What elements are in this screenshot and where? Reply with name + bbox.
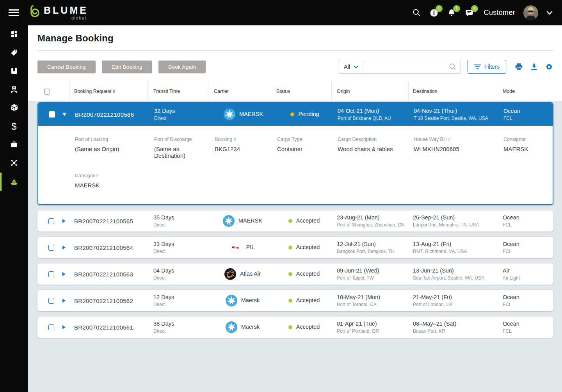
expand-arrow-icon[interactable] — [62, 325, 66, 329]
transit-type: Direct — [153, 222, 165, 228]
destination-date: 04-Nov-21 (Thur) — [414, 107, 457, 115]
sidebar-item-inventory[interactable] — [0, 99, 28, 118]
cancel-booking-button[interactable]: Cancel Booking — [37, 61, 96, 73]
status-label: Pending — [298, 110, 319, 118]
destination-date: 26-Sep-21 (Sun) — [413, 214, 455, 222]
brand-subtitle: global. — [71, 16, 88, 20]
expand-arrow-icon[interactable] — [62, 299, 66, 303]
book-again-button[interactable]: Book Again — [158, 61, 206, 73]
maersk-logo — [226, 321, 237, 333]
origin-place: Port of Brisbane QLD, AU — [338, 115, 391, 122]
search-input[interactable] — [363, 60, 449, 73]
scope-select[interactable]: All — [338, 60, 363, 74]
table-row[interactable]: BR200702212100564 33 Days Direct PIL PIL… — [37, 237, 553, 258]
brand-name: BLUME — [44, 5, 88, 15]
detail-cargo-type: Cargo TypeContainer — [272, 137, 333, 159]
status-dot-accepted — [288, 246, 292, 249]
select-all-checkbox[interactable] — [44, 89, 50, 94]
top-bar: BLUME global. 1 1 3 Customer — [0, 0, 562, 25]
col-transit-time: Transit Time — [153, 89, 180, 94]
notifications-bell-icon[interactable]: 1 — [447, 8, 456, 18]
mode-sub: Air Light — [503, 275, 520, 282]
sidebar-item-business[interactable] — [0, 136, 28, 154]
booking-request-id: BR200702212100566 — [75, 111, 134, 118]
destination-place: Lanport Inc, Memphis, TN, USA — [413, 222, 479, 228]
booking-request-id: BR200702212100564 — [74, 244, 133, 251]
expand-arrow-icon[interactable] — [62, 272, 66, 276]
collapse-arrow-icon[interactable] — [62, 113, 66, 116]
status-label: Accepted — [296, 270, 320, 278]
download-icon[interactable] — [530, 62, 538, 71]
sidebar-item-partners[interactable] — [0, 81, 28, 99]
row-checkbox[interactable] — [48, 218, 54, 224]
edit-booking-button[interactable]: Edit Booking — [102, 61, 152, 73]
package-icon — [10, 103, 19, 114]
col-mode: Mode — [503, 89, 515, 94]
blume-logo[interactable]: BLUME global. — [28, 5, 88, 21]
col-carrier: Carrier — [214, 89, 229, 94]
sidebar-item-tags[interactable] — [0, 44, 28, 62]
mode: Ocean — [503, 107, 520, 115]
filters-button[interactable]: Filters — [468, 60, 506, 74]
tags-icon — [10, 48, 18, 59]
mode: Air — [503, 267, 510, 275]
blume-swirl-icon — [28, 5, 41, 21]
mode-sub: FCL — [503, 115, 512, 122]
status-label: Accepted — [296, 217, 320, 225]
carrier-name: Maersk — [241, 296, 260, 305]
status-dot-accepted — [288, 325, 292, 329]
status-dot-accepted — [288, 219, 292, 223]
row-checkbox[interactable] — [48, 271, 54, 277]
table-row[interactable]: BR200702212100562 12 Days Direct Maersk … — [37, 290, 553, 311]
table-row-expanded[interactable]: BR200702212100566 32 Days Direct MAERSK … — [37, 102, 553, 205]
table-row[interactable]: BR200702212100563 04 Days Direct Atlas A… — [37, 264, 553, 285]
carrier-name: MAERSK — [239, 110, 263, 118]
row-checkbox[interactable] — [48, 324, 54, 330]
search-icon[interactable] — [412, 8, 421, 17]
chevron-down-icon[interactable] — [546, 11, 553, 15]
mode: Ocean — [503, 240, 519, 248]
sidebar-item-network-hub[interactable] — [0, 154, 28, 173]
origin-place: Port of Shanghai, Zhoushan, CN — [337, 222, 404, 228]
booking-request-id: BR200702212100562 — [74, 298, 133, 304]
title-divider — [37, 50, 553, 51]
detail-house-way-bill: House Way Bill #WLMKHN200605 — [409, 137, 500, 159]
origin-place: Port of Taipei, TW — [337, 275, 374, 282]
table-row[interactable]: BR200702212100561 38 Days Direct Maersk … — [37, 317, 553, 338]
dollar-icon: $ — [12, 121, 17, 132]
search-icon[interactable] — [449, 63, 457, 71]
briefcase-icon — [10, 140, 18, 150]
toolbar: Cancel Booking Edit Booking Book Again A… — [37, 60, 553, 74]
sidebar-item-finance[interactable]: $ — [0, 118, 28, 136]
origin-place: Port of Portland, OR — [337, 328, 379, 335]
table-row[interactable]: BR200702212100565 35 Days Direct MAERSK … — [37, 210, 553, 232]
alerts-icon[interactable]: 1 — [429, 8, 439, 18]
sidebar-item-dashboard[interactable] — [0, 26, 28, 44]
sidebar: $ — [0, 25, 28, 392]
expand-arrow-icon[interactable] — [62, 246, 66, 249]
destination-place: Port of London, UK — [413, 301, 453, 308]
filters-label: Filters — [484, 64, 500, 70]
avatar[interactable] — [523, 5, 538, 20]
settings-gear-icon[interactable] — [545, 62, 553, 71]
mode-sub: FCL — [503, 328, 512, 335]
expand-arrow-icon[interactable] — [62, 219, 66, 223]
row-checkbox[interactable] — [48, 298, 54, 304]
row-checkbox[interactable] — [49, 111, 55, 118]
row-checkbox[interactable] — [48, 245, 54, 251]
carrier-name: Atlas Air — [240, 270, 261, 278]
sidebar-item-bookings[interactable] — [0, 62, 28, 81]
col-status: Status — [276, 89, 290, 94]
svg-text:PIL: PIL — [234, 246, 240, 250]
print-icon[interactable] — [514, 62, 523, 71]
maersk-logo — [224, 109, 235, 120]
mode-sub: FCL — [503, 301, 512, 308]
sidebar-item-ocean-bookings[interactable] — [0, 173, 28, 191]
hamburger-menu-icon[interactable] — [9, 7, 19, 18]
detail-port-of-loading: Port of Loading(Same as Origin) — [70, 137, 148, 159]
messages-icon[interactable]: 3 — [464, 8, 474, 18]
destination-date: 21-May-21 (Fri) — [413, 293, 452, 301]
origin-date: 09-Jun-21 (Wed) — [337, 267, 379, 275]
expanded-row-header[interactable]: BR200702212100566 32 Days Direct MAERSK … — [38, 103, 553, 126]
table-body: BR200702212100566 32 Days Direct MAERSK … — [28, 101, 562, 392]
